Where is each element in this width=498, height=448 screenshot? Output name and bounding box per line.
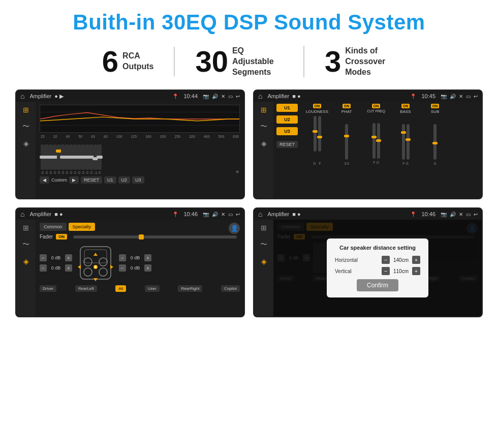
phat-on[interactable]: ON	[343, 104, 351, 108]
minimize-icon-4[interactable]: ▭	[466, 212, 471, 217]
slider-track-14[interactable]	[98, 144, 102, 170]
back-icon-3[interactable]: ↩	[236, 212, 240, 217]
copilot-btn[interactable]: Copilot	[221, 285, 240, 292]
home-icon-1[interactable]: ⌂	[20, 92, 24, 100]
fader-tabs: Common Specialty	[40, 223, 240, 231]
bass-slider1[interactable]	[402, 124, 405, 160]
rearright-btn[interactable]: RearRight	[178, 285, 202, 292]
vertical-plus[interactable]: +	[412, 267, 420, 275]
close-icon-3[interactable]: ✕	[221, 212, 225, 217]
slider-track-3[interactable]	[53, 144, 57, 170]
dialog-title: Car speaker distance setting	[335, 245, 420, 251]
user-btn[interactable]: User	[145, 285, 160, 292]
profile-icon-3[interactable]: 👤	[229, 223, 240, 234]
location-icon-4: 📍	[410, 212, 416, 217]
fader-speaker-icon[interactable]: ◈	[23, 257, 29, 265]
horizontal-minus[interactable]: −	[382, 256, 390, 264]
horizontal-controls: − 140cm +	[382, 256, 420, 264]
screens-grid: ⌂ Amplifier ● ▶ 📍 10:44 📷 🔊 ✕ ▭ ↩ ⊞ 〜 ◈	[15, 89, 483, 317]
stats-row: 6 RCAOutputs 30 EQ AdjustableSegments 3 …	[15, 46, 483, 77]
svg-point-8	[84, 268, 92, 276]
bass-slider2[interactable]	[407, 124, 410, 160]
eq-icon[interactable]: ⊞	[23, 106, 29, 114]
stat-eq: 30 EQ AdjustableSegments	[175, 46, 304, 77]
bass-on[interactable]: ON	[401, 104, 410, 108]
fader-eq-icon[interactable]: ⊞	[23, 224, 29, 232]
vol-fr-minus[interactable]: −	[119, 254, 126, 261]
minimize-icon-2[interactable]: ▭	[466, 94, 471, 99]
minimize-icon-3[interactable]: ▭	[228, 212, 233, 217]
expand-icon[interactable]: »	[236, 168, 239, 174]
vol-rl-plus[interactable]: +	[65, 264, 72, 272]
back-icon-1[interactable]: ↩	[236, 94, 240, 99]
preset-u2[interactable]: U2	[276, 115, 298, 124]
play-button[interactable]: ▶	[69, 176, 79, 184]
home-icon-2[interactable]: ⌂	[258, 92, 262, 100]
vol-fl-plus[interactable]: +	[65, 254, 72, 261]
volume-icon-2: 🔊	[450, 94, 456, 99]
u3-button[interactable]: U3	[132, 176, 144, 184]
preset-u3[interactable]: U3	[276, 127, 298, 135]
dialog-eq-icon[interactable]: ⊞	[261, 224, 267, 232]
home-icon-4[interactable]: ⌂	[258, 210, 262, 218]
mixer-eq-icon[interactable]: ⊞	[261, 106, 267, 114]
close-icon-4[interactable]: ✕	[459, 212, 463, 217]
sub-on[interactable]: ON	[431, 104, 440, 108]
close-icon-1[interactable]: ✕	[221, 94, 225, 99]
status-title-3: Amplifier ■ ●	[29, 211, 169, 217]
vol-rr-plus[interactable]: +	[144, 264, 151, 272]
mixer-speaker-icon[interactable]: ◈	[261, 139, 267, 147]
vol-fr-plus[interactable]: +	[144, 254, 151, 261]
fader-bottom-btns: Driver RearLeft All User RearRight Copil…	[40, 285, 240, 292]
home-icon-3[interactable]: ⌂	[20, 210, 24, 218]
vertical-minus[interactable]: −	[382, 267, 390, 275]
all-btn[interactable]: All	[115, 285, 126, 292]
vol-rr-minus[interactable]: −	[119, 264, 126, 272]
stat-crossover: 3 Kinds ofCrossover Modes	[304, 46, 416, 77]
confirm-button[interactable]: Confirm	[357, 279, 398, 291]
minimize-icon-1[interactable]: ▭	[228, 94, 233, 99]
prev-button[interactable]: ◀	[40, 176, 49, 184]
reset-button[interactable]: RESET	[81, 176, 102, 184]
driver-btn[interactable]: Driver	[40, 285, 56, 292]
vol-fl-minus[interactable]: −	[40, 254, 47, 261]
cutfreq-slider2[interactable]	[377, 123, 380, 159]
dialog-wave-icon[interactable]: 〜	[260, 240, 267, 249]
specialty-tab[interactable]: Specialty	[69, 223, 96, 231]
common-tab[interactable]: Common	[40, 223, 67, 231]
mixer-wave-icon[interactable]: 〜	[260, 122, 267, 131]
speaker-icon[interactable]: ◈	[23, 139, 29, 147]
dialog-side-panel: ⊞ 〜 ◈	[254, 220, 273, 316]
freq-25: 25	[41, 135, 45, 138]
eq-slider-5: 0	[61, 144, 65, 174]
freq-63: 63	[91, 135, 95, 138]
phat-slider[interactable]	[345, 124, 348, 160]
u2-button[interactable]: U2	[118, 176, 131, 184]
loudness-slider2[interactable]	[318, 116, 321, 152]
mixer-side-panel: ⊞ 〜 ◈	[254, 102, 273, 198]
u1-button[interactable]: U1	[104, 176, 116, 184]
mixer-reset-btn[interactable]: RESET	[276, 141, 298, 148]
fader-on-toggle[interactable]: ON	[56, 234, 67, 240]
vol-fr-val: 0 dB	[128, 255, 143, 260]
back-icon-4[interactable]: ↩	[474, 212, 478, 217]
screen-fader: ⌂ Amplifier ■ ● 📍 10:46 📷 🔊 ✕ ▭ ↩ ⊞ 〜 ◈ …	[15, 207, 245, 317]
camera-icon-3: 📷	[203, 212, 209, 217]
close-icon-2[interactable]: ✕	[459, 94, 463, 99]
horizontal-plus[interactable]: +	[412, 256, 420, 264]
dialog-speaker-icon[interactable]: ◈	[261, 257, 267, 265]
cutfreq-slider1[interactable]	[372, 123, 376, 159]
loudness-on[interactable]: ON	[313, 104, 322, 108]
preset-u1[interactable]: U1	[276, 104, 298, 112]
svg-point-6	[84, 258, 92, 266]
vol-rl-minus[interactable]: −	[40, 264, 47, 272]
back-icon-2[interactable]: ↩	[474, 94, 478, 99]
sub-slider[interactable]	[433, 124, 437, 160]
stat-crossover-number: 3	[325, 47, 341, 76]
loudness-slider[interactable]	[314, 116, 317, 152]
rearleft-btn[interactable]: RearLeft	[75, 285, 97, 292]
fader-wave-icon[interactable]: 〜	[22, 240, 29, 249]
wave-icon[interactable]: 〜	[22, 122, 29, 131]
cutfreq-on[interactable]: ON	[372, 104, 381, 108]
freq-160: 160	[145, 135, 151, 138]
